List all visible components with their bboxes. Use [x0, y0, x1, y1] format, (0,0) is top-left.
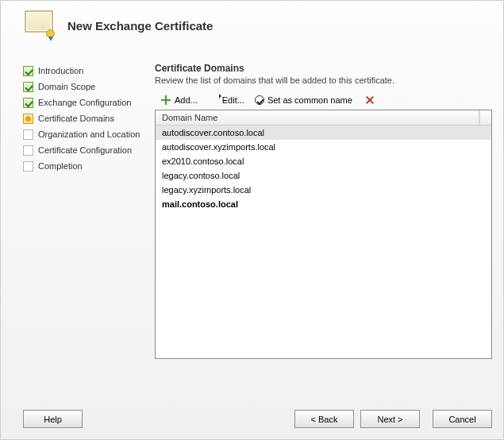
nav-step-5[interactable]: Certificate Configuration — [23, 142, 145, 158]
add-icon — [160, 95, 171, 106]
section-title: Certificate Domains — [155, 63, 492, 74]
list-header-row: Domain Name — [156, 110, 491, 125]
nav-button-group: < Back Next > — [294, 410, 420, 428]
help-button[interactable]: Help — [23, 410, 83, 428]
pending-step-icon — [23, 129, 33, 140]
nav-step-2[interactable]: Exchange Configuration — [23, 95, 145, 110]
nav-step-3[interactable]: Certificate Domains — [23, 110, 145, 126]
list-item[interactable]: legacy.xyzimports.local — [156, 183, 491, 197]
edit-icon — [208, 95, 219, 106]
nav-step-label: Completion — [38, 160, 83, 172]
check-icon — [23, 66, 33, 76]
nav-step-label: Domain Scope — [38, 81, 95, 92]
nav-step-0[interactable]: Introduction — [23, 63, 145, 79]
set-common-name-button[interactable]: Set as common name — [251, 94, 356, 106]
wizard-header: New Exchange Certificate — [1, 1, 503, 53]
list-item[interactable]: legacy.contoso.local — [156, 168, 491, 183]
delete-button[interactable] — [359, 93, 381, 107]
nav-step-label: Certificate Configuration — [38, 145, 132, 156]
back-button[interactable]: < Back — [294, 410, 354, 428]
pending-step-icon — [23, 161, 33, 172]
delete-icon — [364, 95, 375, 106]
domain-list[interactable]: Domain Name autodiscover.contoso.localau… — [155, 110, 492, 359]
list-header-grip — [479, 110, 491, 125]
nav-step-label: Certificate Domains — [38, 113, 114, 124]
wizard-main: Certificate Domains Review the list of d… — [145, 63, 492, 393]
certificate-icon — [23, 9, 56, 42]
edit-label: Edit... — [222, 95, 244, 105]
column-header-domain-name[interactable]: Domain Name — [156, 110, 479, 125]
section-subtitle: Review the list of domains that will be … — [155, 75, 492, 85]
add-label: Add... — [175, 95, 198, 105]
wizard-window: New Exchange Certificate IntroductionDom… — [0, 0, 504, 440]
check-icon — [23, 98, 33, 108]
list-item[interactable]: autodiscover.xyzimports.local — [156, 140, 491, 154]
list-body: autodiscover.contoso.localautodiscover.x… — [156, 125, 491, 211]
wizard-body: IntroductionDomain ScopeExchange Configu… — [23, 63, 492, 393]
list-item[interactable]: mail.contoso.local — [156, 197, 491, 211]
wizard-footer: Help < Back Next > Cancel — [1, 400, 503, 439]
set-common-name-label: Set as common name — [267, 95, 352, 105]
check-circle-icon — [255, 95, 264, 105]
list-item[interactable]: autodiscover.contoso.local — [156, 125, 491, 140]
wizard-title: New Exchange Certificate — [67, 19, 213, 33]
domain-toolbar: Add... Edit... Set as common name — [155, 90, 492, 110]
next-button[interactable]: Next > — [360, 410, 420, 428]
nav-step-label: Organization and Location — [38, 129, 140, 140]
edit-button[interactable]: Edit... — [204, 93, 248, 107]
nav-step-label: Introduction — [38, 65, 83, 76]
active-step-icon — [23, 114, 33, 124]
nav-step-1[interactable]: Domain Scope — [23, 79, 145, 95]
cancel-button[interactable]: Cancel — [433, 410, 492, 428]
add-button[interactable]: Add... — [156, 93, 202, 107]
check-icon — [23, 82, 33, 92]
nav-step-label: Exchange Configuration — [38, 97, 131, 108]
nav-step-4[interactable]: Organization and Location — [23, 126, 145, 142]
pending-step-icon — [23, 145, 33, 156]
wizard-nav: IntroductionDomain ScopeExchange Configu… — [23, 63, 145, 393]
nav-step-6[interactable]: Completion — [23, 158, 145, 174]
list-item[interactable]: ex2010.contoso.local — [156, 154, 491, 168]
